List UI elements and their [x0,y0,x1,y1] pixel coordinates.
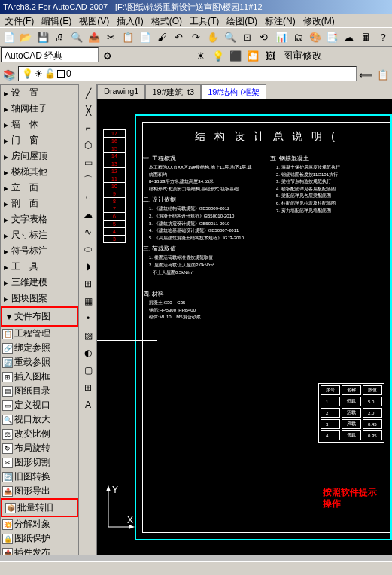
paste-icon[interactable]: 📄 [137,29,153,45]
file-item-7[interactable]: ⚖改变比例 [1,427,78,441]
new-icon[interactable]: 📄 [1,29,17,45]
match-icon[interactable]: 🖌 [153,29,170,45]
tree-item-1[interactable]: ▸轴网柱子 [1,101,78,117]
tab-0[interactable]: Drawing1 [97,84,145,99]
tree-item-8[interactable]: ▸文字表格 [1,211,78,227]
spline-icon[interactable]: ∿ [80,224,96,240]
publish-icon[interactable]: 📤 [86,29,102,45]
layer-props-icon[interactable]: 📚 [1,66,17,83]
file-item-11[interactable]: 📤图形导出 [1,484,78,498]
markup-icon[interactable]: ☁ [341,29,357,45]
toolpalette-icon[interactable]: 🎨 [307,29,324,45]
file-item-13[interactable]: 💥分解对象 [1,517,78,531]
file-item-2[interactable]: 🔄重载参照 [1,355,78,370]
polygon-icon[interactable]: ⬡ [80,137,96,154]
file-item-6[interactable]: 🔍视口放大 [1,412,78,427]
model-canvas[interactable]: 17161514131211109876543 结 构 设 计 总 说 明 ( … [97,99,392,555]
tree-item-6[interactable]: ▸立 面 [1,180,78,196]
designcenter-icon[interactable]: 🗂 [290,29,306,45]
tree-item-3[interactable]: ▸门 窗 [1,132,78,148]
text-block: 6. 柱配筋详见柱表及柱配筋图 [270,200,390,208]
layer-state-icon[interactable]: 📋 [375,66,391,83]
save-icon[interactable]: 💾 [35,29,51,45]
tree-item-7[interactable]: ▸剖 面 [1,196,78,211]
pan-icon[interactable]: ✋ [205,29,221,45]
redo-icon[interactable]: ↷ [188,29,205,45]
tree-item-11[interactable]: ▸工 具 [1,259,78,275]
file-item-0[interactable]: 📋工程管理 [1,327,78,341]
tree-item-4[interactable]: ▸房间屋顶 [1,148,78,164]
open-icon[interactable]: 📂 [18,29,35,45]
sun-icon[interactable]: ☀ [193,47,209,64]
menu-dimension[interactable]: 标注(N) [262,14,299,26]
tree-item-10[interactable]: ▸符号标注 [1,243,78,259]
menu-edit[interactable]: 编辑(E) [38,14,74,26]
menu-file[interactable]: 文件(F) [2,14,37,26]
point-icon[interactable]: • [80,310,96,327]
copy-icon[interactable]: 📋 [120,29,136,45]
file-item-5[interactable]: ▭定义视口 [1,398,78,412]
text-icon[interactable]: A [80,397,96,413]
workspace-combo[interactable]: AutoCAD 经典 [1,47,99,62]
hatch-icon[interactable]: ▨ [80,327,96,344]
undo-icon[interactable]: ↶ [171,29,187,45]
zoom-icon[interactable]: 🔍 [222,29,239,45]
tab-2[interactable]: 19#结构 (框架 [201,84,266,99]
arc-icon[interactable]: ⌒ [80,172,96,188]
xline-icon[interactable]: ╳ [80,102,96,119]
properties-icon[interactable]: 📊 [273,29,290,45]
layer-prev-icon[interactable]: ⟸ [357,66,374,83]
tree-item-9[interactable]: ▸尺寸标注 [1,227,78,243]
ellipsearc-icon[interactable]: ◗ [80,258,96,275]
region-icon[interactable]: ▢ [80,362,96,379]
bulb-icon[interactable]: 💡 [210,47,226,64]
layer-combo[interactable]: 💡 ☀ 🔓 0 [18,66,357,81]
zoom-window-icon[interactable]: ⊡ [239,29,256,45]
insert-icon[interactable]: ⊞ [80,275,96,292]
file-item-10[interactable]: 🔄旧图转换 [1,470,78,484]
tab-1[interactable]: 19#建筑_t3 [145,84,201,99]
menu-draw[interactable]: 绘图(D) [223,14,260,26]
line-icon[interactable]: ╱ [80,85,96,102]
file-item-14[interactable]: 🔒图纸保护 [1,531,78,546]
render-icon[interactable]: 🎦 [245,47,261,64]
imreview-button[interactable]: 图审修改 [279,47,326,64]
file-item-9[interactable]: ✂图形切割 [1,455,78,470]
table-icon[interactable]: ⊞ [80,379,96,396]
block-icon[interactable]: ▦ [80,293,96,309]
menu-tools[interactable]: 工具(T) [187,14,222,26]
menu-insert[interactable]: 插入(I) [114,14,146,26]
menu-view[interactable]: 视图(V) [76,14,112,26]
tree-item-13[interactable]: ▸图块图案 [1,291,78,306]
print-icon[interactable]: 🖨 [52,29,68,45]
revcloud-icon[interactable]: ☁ [80,206,96,223]
img-icon[interactable]: 🖼 [262,47,278,64]
ws-gear-icon[interactable]: ⚙ [99,47,116,64]
ellipse-icon[interactable]: ⬭ [80,241,96,257]
pline-icon[interactable]: ⌐ [80,120,96,136]
tree-item-12[interactable]: ▸三维建模 [1,275,78,291]
sheet-icon[interactable]: 📑 [324,29,341,45]
circle-icon[interactable]: ○ [80,189,96,205]
item-label: 改变比例 [14,427,50,440]
file-item-1[interactable]: 🔗绑定参照 [1,341,78,355]
calc-icon[interactable]: 🖩 [358,29,375,45]
tree-item-5[interactable]: ▸楼梯其他 [1,164,78,180]
zoom-prev-icon[interactable]: ⟲ [256,29,272,45]
menu-format[interactable]: 格式(O) [148,14,185,26]
gradient-icon[interactable]: ◐ [80,345,96,361]
help-icon[interactable]: ? [375,29,391,45]
rect-icon[interactable]: ▭ [80,154,96,171]
menu-modify[interactable]: 修改(M) [300,14,338,26]
file-item-8[interactable]: ↻布局旋转 [1,441,78,455]
file-item-4[interactable]: ▤图纸目录 [1,384,78,398]
tree-item-2[interactable]: ▸墙 体 [1,117,78,132]
file-item-3[interactable]: ⊞插入图框 [1,370,78,384]
preview-icon[interactable]: 🔍 [68,29,85,45]
file-item-12[interactable]: 📦批量转旧 [4,500,75,515]
file-item-15[interactable]: 📤插件发布 [1,546,78,555]
cut-icon[interactable]: ✂ [103,29,120,45]
mat-icon[interactable]: ⬛ [227,47,244,64]
tree-item-14[interactable]: ▾文件布图 [4,309,75,324]
tree-item-0[interactable]: ▸设 置 [1,85,78,101]
